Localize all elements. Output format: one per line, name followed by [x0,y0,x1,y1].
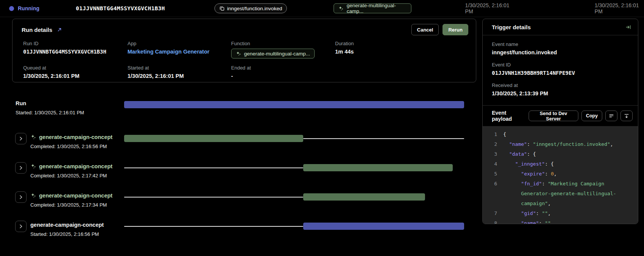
code-text: "name": "", [503,218,635,224]
timeline-row-label: RunStarted: 1/30/2025, 2:16:01 PM [12,99,124,115]
line-number: 4 [483,159,497,169]
wrap-lines-button[interactable] [605,111,617,121]
timeline-connector-line [124,168,303,168]
line-number: 7 [483,209,497,218]
external-link-icon[interactable] [57,27,62,32]
code-text: "data": { [503,149,635,159]
event-payload-title: Event payload [492,110,526,122]
timeline-row-text: generate-campaign-conceptCompleted: 1/30… [30,133,112,149]
received-at-value: 1/30/2025, 2:13:39 PM [492,90,629,96]
ended-at-value: - [231,73,335,79]
timeline-bar-green[interactable] [303,164,453,171]
step-name: generate-campaign-concept [39,134,112,140]
timeline-row-text: generate-campaign-conceptCompleted: 1/30… [30,191,112,208]
duration-value: 1m 44s [335,49,468,55]
code-line: 7"gid": "", [483,209,638,218]
timeline-bar-blue[interactable] [303,223,464,230]
ended-at-field: Ended at - [231,65,335,79]
timeline-connector-line [124,226,303,227]
function-badge-label: generate-multilingual-camp... [244,51,310,57]
chevron-right-icon [19,136,23,141]
step-status: Completed: 1/30/2025, 2:17:34 PM [30,202,112,208]
timeline: RunStarted: 1/30/2025, 2:16:01 PMgenerat… [12,99,476,237]
expand-step-button[interactable] [15,133,27,144]
timeline-bar-green[interactable] [124,135,303,142]
cancel-button[interactable]: Cancel [411,24,439,35]
ai-sparkles-icon [338,6,344,11]
step-name: generate-campaign-concept [39,193,112,199]
expand-step-button[interactable] [15,191,27,203]
timeline-row-label: generate-campaign-conceptCompleted: 1/30… [12,191,124,208]
function-badge[interactable]: generate-multilingual-camp... [231,49,315,58]
chevron-right-icon [19,224,23,229]
event-id-field: Event ID 01JJVNH1H39BBH9RT14NFPE9EV [492,62,629,76]
run-details-card: Run details Cancel Rerun Run ID 01JJVNNB… [12,19,476,82]
event-payload-code[interactable]: 1{2"name": "inngest/function.invoked",3"… [483,126,638,224]
chevron-right-icon [19,195,23,199]
line-number: 6 [483,179,497,209]
line-number: 3 [483,149,497,159]
code-text: { [503,130,635,139]
run-id-value: 01JJVNNBTGG4MSSYVXGVCH1B3H [23,49,128,55]
started-at-field: Started at 1/30/2025, 2:16:01 PM [128,65,231,79]
app-field: App Marketing Campaign Generator [128,41,231,58]
ai-sparkles-icon [236,51,241,57]
step-name: Run [16,100,26,106]
collapse-panel-icon[interactable] [625,24,631,30]
timeline-row-step[interactable]: generate-campaign-conceptCompleted: 1/30… [12,162,476,179]
ai-sparkles-icon [30,134,36,140]
trigger-details-title: Trigger details [492,24,531,30]
timeline-row-step[interactable]: generate-campaign-conceptCompleted: 1/30… [12,191,476,208]
ai-sparkles-icon [30,163,36,169]
line-number: 2 [483,139,497,149]
event-badge[interactable]: inngest/function.invoked [214,3,287,13]
timeline-row-run[interactable]: RunStarted: 1/30/2025, 2:16:01 PM [12,99,476,115]
code-text: "expire": 0, [503,169,635,179]
event-id-label: Event ID [492,62,629,68]
run-details-header: Run details Cancel Rerun [13,19,476,35]
function-label: Function [231,41,335,46]
timeline-row-track [124,100,464,111]
timeline-row-track [124,221,464,232]
event-name-field: Event name inngest/function.invoked [492,41,629,55]
timeline-row-step[interactable]: generate-campaign-conceptStarted: 1/30/2… [12,221,476,237]
received-at-field: Received at 1/30/2025, 2:13:39 PM [492,82,629,96]
timeline-row-step[interactable]: generate-campaign-conceptCompleted: 1/30… [12,133,476,149]
event-badge-label: inngest/function.invoked [227,6,282,11]
code-line: 5"expire": 0, [483,169,638,179]
timeline-row-text: generate-campaign-conceptCompleted: 1/30… [30,162,112,179]
scroll-to-bottom-button[interactable] [620,111,633,121]
started-at-label: Started at [128,65,231,71]
copy-button[interactable]: Copy [581,111,602,121]
rerun-button[interactable]: Rerun [442,24,468,35]
run-id-field: Run ID 01JJVNNBTGG4MSSYVXGVCH1B3H [23,41,128,58]
timeline-bar-green[interactable] [303,193,425,201]
step-name: generate-campaign-concept [39,163,112,169]
timeline-row-track [124,163,464,174]
timeline-row-track [124,192,464,203]
timeline-row-text: RunStarted: 1/30/2025, 2:16:01 PM [16,99,84,115]
event-payload-header: Event payload Send to Dev Server Copy [483,106,638,126]
run-column: Run details Cancel Rerun Run ID 01JJVNNB… [12,19,476,250]
code-text: "_inngest": { [503,159,635,169]
timeline-bar-blue[interactable] [124,101,464,108]
trigger-details-panel: Trigger details Event name inngest/funct… [482,19,638,224]
expand-step-button[interactable] [15,221,27,232]
queued-at-field: Queued at 1/30/2025, 2:16:01 PM [23,65,128,79]
top-bar: Running 01JJVNNBTGG4MSSYVXGVCH1B3H innge… [0,0,644,17]
app-link[interactable]: Marketing Campaign Generator [128,49,231,55]
expand-step-button[interactable] [15,162,27,174]
main-content: Run details Cancel Rerun Run ID 01JJVNNB… [0,17,644,250]
queued-at-value: 1/30/2025, 2:16:01 PM [23,73,128,79]
timeline-connector-line [124,197,303,198]
copy-squares-icon [219,6,225,11]
step-name: generate-campaign-concept [30,222,104,228]
event-name-value: inngest/function.invoked [492,49,629,55]
line-number: 5 [483,169,497,179]
function-badge-topbar[interactable]: generate-multilingual-camp... [334,3,411,13]
timeline-row-label: generate-campaign-conceptStarted: 1/30/2… [12,221,124,237]
code-line: 6"fn_id": "Marketing Campaign Generator-… [483,179,638,209]
run-id-label: Run ID [23,41,128,46]
duration-field: Duration 1m 44s [335,41,468,58]
send-to-dev-server-button[interactable]: Send to Dev Server [529,111,578,121]
